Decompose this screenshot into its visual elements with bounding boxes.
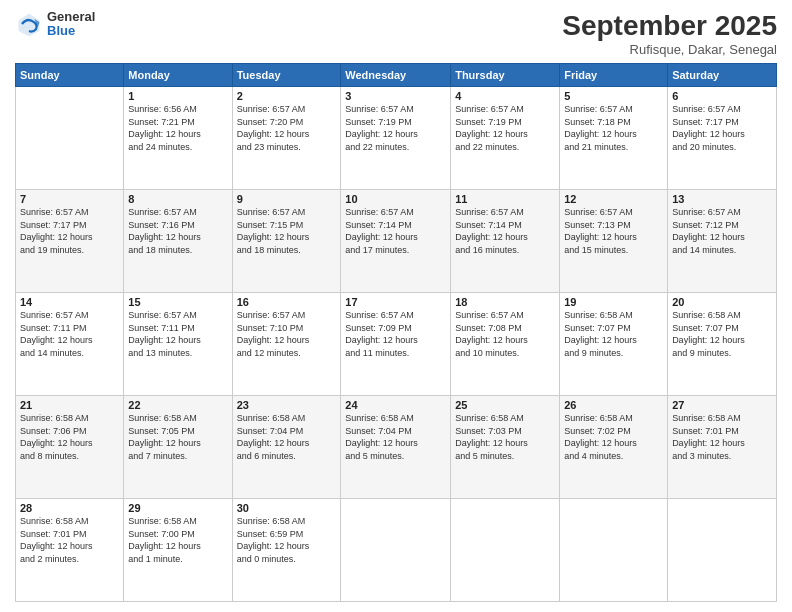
logo: General Blue xyxy=(15,10,95,39)
day-number: 30 xyxy=(237,502,337,514)
calendar-cell: 23Sunrise: 6:58 AM Sunset: 7:04 PM Dayli… xyxy=(232,396,341,499)
day-number: 14 xyxy=(20,296,119,308)
calendar-cell: 11Sunrise: 6:57 AM Sunset: 7:14 PM Dayli… xyxy=(451,190,560,293)
calendar-header-friday: Friday xyxy=(560,64,668,87)
calendar-cell: 7Sunrise: 6:57 AM Sunset: 7:17 PM Daylig… xyxy=(16,190,124,293)
day-info: Sunrise: 6:57 AM Sunset: 7:14 PM Dayligh… xyxy=(455,206,555,256)
calendar-cell: 17Sunrise: 6:57 AM Sunset: 7:09 PM Dayli… xyxy=(341,293,451,396)
day-number: 24 xyxy=(345,399,446,411)
day-number: 29 xyxy=(128,502,227,514)
day-number: 25 xyxy=(455,399,555,411)
calendar-cell: 20Sunrise: 6:58 AM Sunset: 7:07 PM Dayli… xyxy=(668,293,777,396)
day-number: 4 xyxy=(455,90,555,102)
day-number: 20 xyxy=(672,296,772,308)
calendar-cell: 8Sunrise: 6:57 AM Sunset: 7:16 PM Daylig… xyxy=(124,190,232,293)
day-info: Sunrise: 6:58 AM Sunset: 7:07 PM Dayligh… xyxy=(672,309,772,359)
header: General Blue September 2025 Rufisque, Da… xyxy=(15,10,777,57)
day-number: 1 xyxy=(128,90,227,102)
day-info: Sunrise: 6:57 AM Sunset: 7:17 PM Dayligh… xyxy=(672,103,772,153)
day-info: Sunrise: 6:58 AM Sunset: 7:04 PM Dayligh… xyxy=(345,412,446,462)
calendar-cell xyxy=(451,499,560,602)
day-number: 9 xyxy=(237,193,337,205)
calendar-cell: 27Sunrise: 6:58 AM Sunset: 7:01 PM Dayli… xyxy=(668,396,777,499)
title-block: September 2025 Rufisque, Dakar, Senegal xyxy=(562,10,777,57)
day-info: Sunrise: 6:58 AM Sunset: 7:02 PM Dayligh… xyxy=(564,412,663,462)
day-number: 11 xyxy=(455,193,555,205)
day-info: Sunrise: 6:57 AM Sunset: 7:17 PM Dayligh… xyxy=(20,206,119,256)
calendar-header-thursday: Thursday xyxy=(451,64,560,87)
day-number: 15 xyxy=(128,296,227,308)
calendar-cell: 28Sunrise: 6:58 AM Sunset: 7:01 PM Dayli… xyxy=(16,499,124,602)
calendar-cell: 4Sunrise: 6:57 AM Sunset: 7:19 PM Daylig… xyxy=(451,87,560,190)
calendar-cell xyxy=(560,499,668,602)
calendar-week-2: 7Sunrise: 6:57 AM Sunset: 7:17 PM Daylig… xyxy=(16,190,777,293)
day-number: 19 xyxy=(564,296,663,308)
calendar-cell: 5Sunrise: 6:57 AM Sunset: 7:18 PM Daylig… xyxy=(560,87,668,190)
day-number: 13 xyxy=(672,193,772,205)
day-number: 8 xyxy=(128,193,227,205)
day-number: 3 xyxy=(345,90,446,102)
logo-text: General Blue xyxy=(47,10,95,39)
calendar-week-3: 14Sunrise: 6:57 AM Sunset: 7:11 PM Dayli… xyxy=(16,293,777,396)
calendar-cell: 9Sunrise: 6:57 AM Sunset: 7:15 PM Daylig… xyxy=(232,190,341,293)
day-info: Sunrise: 6:57 AM Sunset: 7:20 PM Dayligh… xyxy=(237,103,337,153)
calendar-week-1: 1Sunrise: 6:56 AM Sunset: 7:21 PM Daylig… xyxy=(16,87,777,190)
calendar-header-saturday: Saturday xyxy=(668,64,777,87)
calendar-cell: 3Sunrise: 6:57 AM Sunset: 7:19 PM Daylig… xyxy=(341,87,451,190)
day-info: Sunrise: 6:56 AM Sunset: 7:21 PM Dayligh… xyxy=(128,103,227,153)
logo-icon xyxy=(15,10,43,38)
subtitle: Rufisque, Dakar, Senegal xyxy=(562,42,777,57)
day-number: 6 xyxy=(672,90,772,102)
calendar-header-row: SundayMondayTuesdayWednesdayThursdayFrid… xyxy=(16,64,777,87)
day-info: Sunrise: 6:58 AM Sunset: 7:07 PM Dayligh… xyxy=(564,309,663,359)
day-info: Sunrise: 6:57 AM Sunset: 7:16 PM Dayligh… xyxy=(128,206,227,256)
day-info: Sunrise: 6:57 AM Sunset: 7:19 PM Dayligh… xyxy=(345,103,446,153)
calendar-cell: 21Sunrise: 6:58 AM Sunset: 7:06 PM Dayli… xyxy=(16,396,124,499)
day-number: 12 xyxy=(564,193,663,205)
day-info: Sunrise: 6:57 AM Sunset: 7:15 PM Dayligh… xyxy=(237,206,337,256)
day-number: 7 xyxy=(20,193,119,205)
day-number: 22 xyxy=(128,399,227,411)
day-number: 28 xyxy=(20,502,119,514)
day-info: Sunrise: 6:57 AM Sunset: 7:13 PM Dayligh… xyxy=(564,206,663,256)
day-info: Sunrise: 6:58 AM Sunset: 7:06 PM Dayligh… xyxy=(20,412,119,462)
calendar-week-5: 28Sunrise: 6:58 AM Sunset: 7:01 PM Dayli… xyxy=(16,499,777,602)
calendar-cell: 1Sunrise: 6:56 AM Sunset: 7:21 PM Daylig… xyxy=(124,87,232,190)
logo-blue: Blue xyxy=(47,24,95,38)
calendar-table: SundayMondayTuesdayWednesdayThursdayFrid… xyxy=(15,63,777,602)
day-number: 16 xyxy=(237,296,337,308)
calendar-cell: 2Sunrise: 6:57 AM Sunset: 7:20 PM Daylig… xyxy=(232,87,341,190)
day-info: Sunrise: 6:57 AM Sunset: 7:11 PM Dayligh… xyxy=(20,309,119,359)
calendar-header-sunday: Sunday xyxy=(16,64,124,87)
day-number: 26 xyxy=(564,399,663,411)
calendar-cell xyxy=(16,87,124,190)
month-title: September 2025 xyxy=(562,10,777,42)
day-info: Sunrise: 6:57 AM Sunset: 7:10 PM Dayligh… xyxy=(237,309,337,359)
calendar-cell: 14Sunrise: 6:57 AM Sunset: 7:11 PM Dayli… xyxy=(16,293,124,396)
calendar-cell: 16Sunrise: 6:57 AM Sunset: 7:10 PM Dayli… xyxy=(232,293,341,396)
day-info: Sunrise: 6:58 AM Sunset: 7:05 PM Dayligh… xyxy=(128,412,227,462)
calendar-cell: 15Sunrise: 6:57 AM Sunset: 7:11 PM Dayli… xyxy=(124,293,232,396)
day-info: Sunrise: 6:57 AM Sunset: 7:18 PM Dayligh… xyxy=(564,103,663,153)
calendar-cell: 24Sunrise: 6:58 AM Sunset: 7:04 PM Dayli… xyxy=(341,396,451,499)
day-info: Sunrise: 6:57 AM Sunset: 7:09 PM Dayligh… xyxy=(345,309,446,359)
day-info: Sunrise: 6:58 AM Sunset: 7:03 PM Dayligh… xyxy=(455,412,555,462)
calendar-cell: 29Sunrise: 6:58 AM Sunset: 7:00 PM Dayli… xyxy=(124,499,232,602)
day-number: 2 xyxy=(237,90,337,102)
calendar-week-4: 21Sunrise: 6:58 AM Sunset: 7:06 PM Dayli… xyxy=(16,396,777,499)
day-number: 5 xyxy=(564,90,663,102)
calendar-cell xyxy=(668,499,777,602)
calendar-header-monday: Monday xyxy=(124,64,232,87)
calendar-cell xyxy=(341,499,451,602)
page: General Blue September 2025 Rufisque, Da… xyxy=(0,0,792,612)
day-number: 18 xyxy=(455,296,555,308)
calendar-cell: 30Sunrise: 6:58 AM Sunset: 6:59 PM Dayli… xyxy=(232,499,341,602)
calendar-cell: 10Sunrise: 6:57 AM Sunset: 7:14 PM Dayli… xyxy=(341,190,451,293)
calendar-header-tuesday: Tuesday xyxy=(232,64,341,87)
calendar-header-wednesday: Wednesday xyxy=(341,64,451,87)
day-info: Sunrise: 6:57 AM Sunset: 7:12 PM Dayligh… xyxy=(672,206,772,256)
calendar-cell: 13Sunrise: 6:57 AM Sunset: 7:12 PM Dayli… xyxy=(668,190,777,293)
calendar-cell: 12Sunrise: 6:57 AM Sunset: 7:13 PM Dayli… xyxy=(560,190,668,293)
day-info: Sunrise: 6:58 AM Sunset: 6:59 PM Dayligh… xyxy=(237,515,337,565)
calendar-cell: 18Sunrise: 6:57 AM Sunset: 7:08 PM Dayli… xyxy=(451,293,560,396)
